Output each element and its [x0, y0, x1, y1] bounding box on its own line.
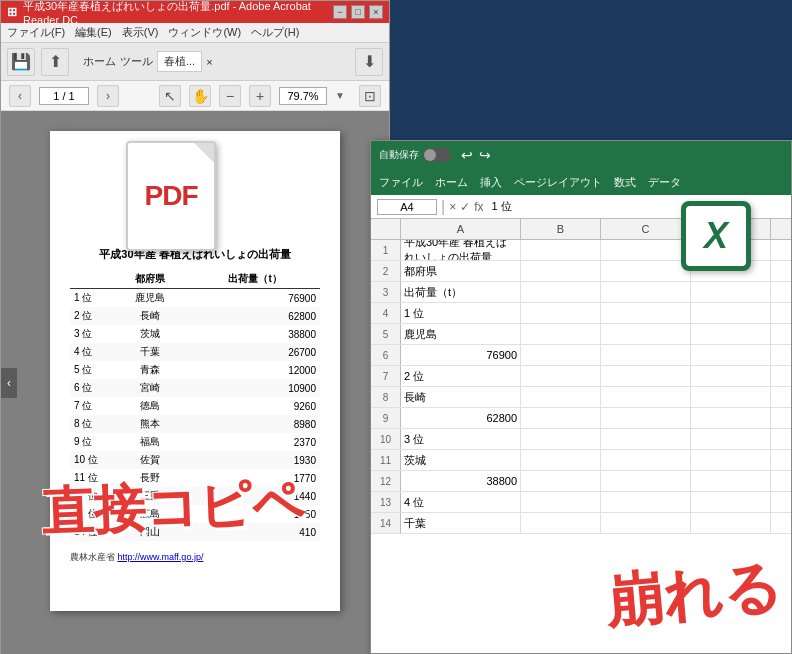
menu-view[interactable]: 表示(V)	[122, 25, 159, 40]
cell-b[interactable]	[521, 282, 601, 302]
minimize-button[interactable]: −	[333, 5, 347, 19]
fit-page-button[interactable]: ⊡	[359, 85, 381, 107]
prev-page-button[interactable]: ‹	[9, 85, 31, 107]
save-button[interactable]: 💾	[7, 48, 35, 76]
cell-c[interactable]	[601, 324, 691, 344]
cell-c[interactable]	[601, 408, 691, 428]
cell-d[interactable]	[691, 303, 771, 323]
cell-a[interactable]: 長崎	[401, 387, 521, 407]
menu-help[interactable]: ヘルプ(H)	[251, 25, 299, 40]
cell-b[interactable]	[521, 513, 601, 533]
excel-menu-data[interactable]: データ	[648, 175, 681, 190]
zoom-out-button[interactable]: −	[219, 85, 241, 107]
pan-tool[interactable]: ✋	[189, 85, 211, 107]
cell-b[interactable]	[521, 240, 601, 260]
cell-c[interactable]	[601, 450, 691, 470]
cell-a[interactable]: 出荷量（t）	[401, 282, 521, 302]
footer-org: 農林水産省	[70, 552, 115, 562]
cell-d[interactable]	[691, 324, 771, 344]
cell-d[interactable]	[691, 492, 771, 512]
close-button[interactable]: ×	[369, 5, 383, 19]
cell-b[interactable]	[521, 450, 601, 470]
cell-b[interactable]	[521, 366, 601, 386]
download-button[interactable]: ⬇	[355, 48, 383, 76]
cell-d[interactable]	[691, 429, 771, 449]
cell-d[interactable]	[691, 513, 771, 533]
acrobat-nav-bar: ‹ 1 / 1 › ↖ ✋ − + 79.7% ▼ ⊡	[1, 81, 389, 111]
cell-d[interactable]	[691, 345, 771, 365]
cell-b[interactable]	[521, 387, 601, 407]
menu-file[interactable]: ファイル(F)	[7, 25, 65, 40]
cell-b[interactable]	[521, 429, 601, 449]
cell-c[interactable]	[601, 345, 691, 365]
prefecture-cell: 宮崎	[110, 379, 190, 397]
autosave-toggle[interactable]: 自動保存	[379, 148, 451, 162]
cell-c[interactable]	[601, 429, 691, 449]
excel-menu-insert[interactable]: 挿入	[480, 175, 502, 190]
upload-button[interactable]: ⬆	[41, 48, 69, 76]
cell-c[interactable]	[601, 387, 691, 407]
acrobat-menubar: ファイル(F) 編集(E) 表示(V) ウィンドウ(W) ヘルプ(H)	[1, 23, 389, 43]
cell-d[interactable]	[691, 387, 771, 407]
cell-c[interactable]	[601, 303, 691, 323]
cell-b[interactable]	[521, 471, 601, 491]
excel-menu-home[interactable]: ホーム	[435, 175, 468, 190]
cell-a[interactable]: 千葉	[401, 513, 521, 533]
cursor-tool[interactable]: ↖	[159, 85, 181, 107]
cell-b[interactable]	[521, 345, 601, 365]
cell-d[interactable]	[691, 450, 771, 470]
cancel-formula-icon[interactable]: ×	[449, 200, 456, 214]
footer-url[interactable]: http://www.maff.go.jp/	[118, 552, 204, 562]
cell-a[interactable]: 76900	[401, 345, 521, 365]
next-page-button[interactable]: ›	[97, 85, 119, 107]
tools-tab[interactable]: ツール	[120, 54, 153, 69]
cell-reference[interactable]: A4	[377, 199, 437, 215]
rank-cell: 5 位	[70, 361, 110, 379]
zoom-indicator[interactable]: 79.7%	[279, 87, 327, 105]
cell-a[interactable]: 62800	[401, 408, 521, 428]
doc-tab[interactable]: 春植...	[157, 51, 202, 72]
cell-b[interactable]	[521, 492, 601, 512]
zoom-in-button[interactable]: +	[249, 85, 271, 107]
cell-a[interactable]: 都府県	[401, 261, 521, 281]
cell-c[interactable]	[601, 261, 691, 281]
cell-a[interactable]: 平成30年産 春植えばれいしょの出荷量	[401, 240, 521, 260]
cell-a[interactable]: 4 位	[401, 492, 521, 512]
cell-c[interactable]	[601, 471, 691, 491]
excel-menu-formula[interactable]: 数式	[614, 175, 636, 190]
cell-a[interactable]: 1 位	[401, 303, 521, 323]
menu-window[interactable]: ウィンドウ(W)	[168, 25, 241, 40]
cell-c[interactable]	[601, 240, 691, 260]
excel-menu-file[interactable]: ファイル	[379, 175, 423, 190]
cell-a[interactable]: 2 位	[401, 366, 521, 386]
confirm-formula-icon[interactable]: ✓	[460, 200, 470, 214]
cell-c[interactable]	[601, 492, 691, 512]
grid-row: 12 38800	[371, 471, 791, 492]
cell-d[interactable]	[691, 366, 771, 386]
cell-b[interactable]	[521, 324, 601, 344]
cell-d[interactable]	[691, 282, 771, 302]
overlay-break-text: 崩れる	[603, 557, 783, 630]
cell-c[interactable]	[601, 513, 691, 533]
excel-menu-page-layout[interactable]: ページレイアウト	[514, 175, 602, 190]
prefecture-cell: 鹿児島	[110, 289, 190, 308]
cell-a[interactable]: 38800	[401, 471, 521, 491]
cell-a[interactable]: 3 位	[401, 429, 521, 449]
cell-b[interactable]	[521, 408, 601, 428]
menu-edit[interactable]: 編集(E)	[75, 25, 112, 40]
close-doc[interactable]: ×	[206, 56, 212, 68]
zoom-dropdown[interactable]: ▼	[335, 90, 351, 101]
maximize-button[interactable]: □	[351, 5, 365, 19]
cell-a[interactable]: 茨城	[401, 450, 521, 470]
cell-c[interactable]	[601, 282, 691, 302]
undo-button[interactable]: ↩	[461, 147, 473, 163]
cell-d[interactable]	[691, 408, 771, 428]
cell-c[interactable]	[601, 366, 691, 386]
cell-d[interactable]	[691, 471, 771, 491]
redo-button[interactable]: ↪	[479, 147, 491, 163]
cell-b[interactable]	[521, 261, 601, 281]
cell-a[interactable]: 鹿児島	[401, 324, 521, 344]
cell-b[interactable]	[521, 303, 601, 323]
left-scroll-arrow[interactable]: ‹	[1, 368, 17, 398]
home-tab[interactable]: ホーム	[83, 54, 116, 69]
